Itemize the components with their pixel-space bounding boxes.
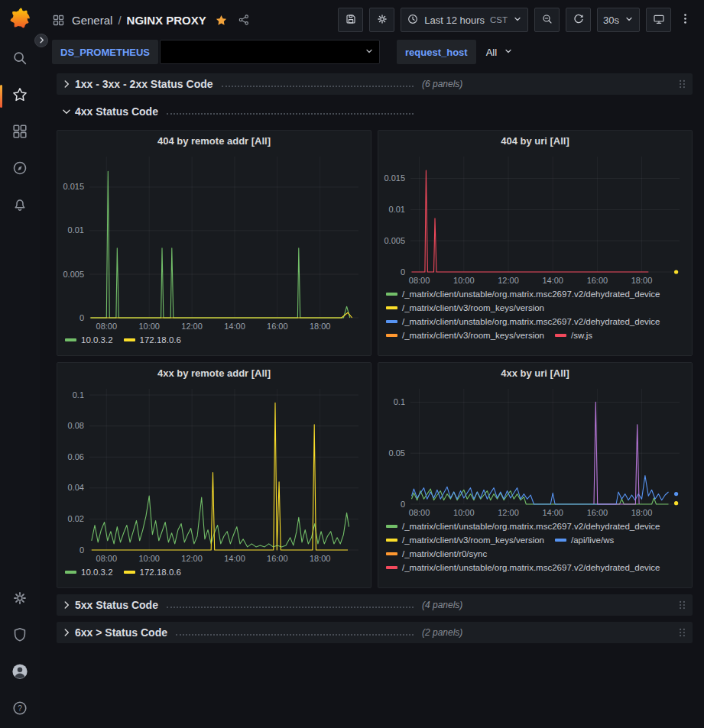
svg-text:0: 0 bbox=[79, 313, 84, 322]
row-4xx[interactable]: 4xx Status Code bbox=[57, 101, 693, 122]
request-host-variable-label[interactable]: request_host bbox=[397, 40, 476, 64]
row-title[interactable]: 6xx > Status Code bbox=[75, 626, 167, 639]
svg-text:18:00: 18:00 bbox=[310, 554, 331, 563]
breadcrumb-dashboard-title[interactable]: NGINX PROXY bbox=[127, 14, 206, 27]
datasource-select[interactable] bbox=[160, 40, 380, 64]
timeseries-chart[interactable]: 08:0010:0012:0014:0016:0018:0000.0050.01… bbox=[57, 151, 371, 333]
row-5xx[interactable]: 5xx Status Code (4 panels) bbox=[57, 594, 693, 616]
legend-item[interactable]: /sw.js bbox=[555, 331, 592, 340]
sidebar-expand-button[interactable] bbox=[34, 34, 48, 47]
legend-item[interactable]: /_matrix/client/v3/room_keys/version bbox=[386, 331, 544, 340]
breadcrumb-folder[interactable]: General bbox=[72, 14, 112, 27]
legend-item[interactable]: /_matrix/client/unstable/org.matrix.msc2… bbox=[386, 290, 660, 299]
sidebar-item-alerting[interactable] bbox=[0, 188, 40, 225]
svg-text:0: 0 bbox=[401, 500, 405, 509]
row-panel-count: (4 panels) bbox=[422, 600, 462, 610]
panel-title[interactable]: 404 by uri [All] bbox=[378, 131, 692, 151]
legend-item[interactable]: 10.0.3.2 bbox=[65, 335, 113, 345]
tv-mode-button[interactable] bbox=[646, 8, 671, 32]
dashboard-settings-button[interactable] bbox=[369, 8, 394, 32]
legend-item[interactable]: /_matrix/client/unstable/org.matrix.msc2… bbox=[386, 563, 660, 572]
legend-item[interactable]: /_matrix/client/unstable/org.matrix.msc2… bbox=[386, 317, 660, 326]
sidebar-item-explore[interactable] bbox=[0, 151, 40, 188]
row-title[interactable]: 1xx - 3xx - 2xx Status Code bbox=[75, 78, 213, 90]
datasource-variable-label[interactable]: DS_PROMETHEUS bbox=[52, 40, 158, 64]
row-header: 5xx Status Code bbox=[57, 599, 422, 611]
refresh-button[interactable] bbox=[566, 8, 591, 32]
dashboard-canvas: 1xx - 3xx - 2xx Status Code (6 panels) 4… bbox=[40, 67, 704, 728]
svg-text:0: 0 bbox=[79, 545, 84, 555]
legend-series-color bbox=[65, 571, 76, 574]
sidebar-item-settings[interactable] bbox=[0, 581, 40, 618]
refresh-interval-dropdown[interactable]: 30s bbox=[597, 8, 640, 32]
gear-icon bbox=[11, 590, 28, 610]
avatar bbox=[11, 663, 28, 683]
svg-text:0.1: 0.1 bbox=[73, 390, 84, 400]
sidebar-item-help[interactable]: ? bbox=[0, 691, 40, 728]
chart-svg: 08:0010:0012:0014:0016:0018:0000.0050.01… bbox=[57, 151, 371, 333]
legend-series-label: /_matrix/client/v3/room_keys/version bbox=[402, 535, 544, 545]
legend-series-label: /api/live/ws bbox=[571, 535, 614, 545]
apps-grid-icon bbox=[52, 14, 65, 27]
chart-legend: 10.0.3.2172.18.0.6 bbox=[57, 333, 371, 348]
legend-series-label: /_matrix/client/v3/room_keys/version bbox=[402, 331, 544, 340]
chevron-down-icon bbox=[58, 106, 75, 117]
share-icon[interactable] bbox=[238, 14, 250, 26]
sidebar-item-dashboards[interactable] bbox=[0, 115, 40, 151]
legend-item[interactable]: /_matrix/client/v3/room_keys/version bbox=[386, 535, 544, 545]
row-6xx[interactable]: 6xx > Status Code (2 panels) bbox=[57, 622, 693, 643]
shield-icon bbox=[11, 626, 28, 646]
gear-icon bbox=[376, 13, 388, 28]
breadcrumb-separator: / bbox=[118, 14, 121, 27]
request-host-select[interactable]: All bbox=[478, 40, 521, 64]
timeseries-chart[interactable]: 08:0010:0012:0014:0016:0018:0000.0050.01… bbox=[378, 151, 692, 287]
grafana-logo[interactable] bbox=[8, 8, 31, 34]
panel-title[interactable]: 404 by remote addr [All] bbox=[57, 131, 371, 151]
sidebar-item-server-admin[interactable] bbox=[0, 618, 40, 655]
time-zone-label: CST bbox=[490, 15, 508, 24]
legend-item[interactable]: /_matrix/client/v3/room_keys/version bbox=[386, 303, 544, 312]
panel-404-by-remote-addr: 404 by remote addr [All] 08:0010:0012:00… bbox=[57, 130, 371, 356]
favorite-star-icon[interactable] bbox=[215, 14, 228, 27]
svg-text:12:00: 12:00 bbox=[181, 554, 203, 563]
row-drag-handle[interactable] bbox=[677, 78, 687, 90]
svg-text:14:00: 14:00 bbox=[542, 276, 563, 285]
legend-item[interactable]: 172.18.0.6 bbox=[124, 335, 181, 345]
sidebar: ? bbox=[0, 0, 40, 728]
legend-series-color bbox=[386, 293, 397, 296]
timeseries-chart[interactable]: 08:0010:0012:0014:0016:0018:0000.050.1 bbox=[378, 383, 692, 519]
legend-series-label: /_matrix/client/v3/room_keys/version bbox=[402, 303, 544, 312]
sidebar-item-search[interactable] bbox=[0, 41, 40, 78]
chart-svg: 08:0010:0012:0014:0016:0018:0000.020.040… bbox=[57, 383, 371, 565]
row-title[interactable]: 4xx Status Code bbox=[75, 105, 158, 118]
svg-text:08:00: 08:00 bbox=[409, 508, 430, 517]
legend-item[interactable]: /_matrix/client/unstable/org.matrix.msc2… bbox=[386, 522, 660, 531]
legend-item[interactable]: /_matrix/client/r0/sync bbox=[386, 549, 487, 558]
monitor-icon bbox=[653, 13, 665, 28]
legend-item[interactable]: 10.0.3.2 bbox=[65, 568, 113, 577]
sidebar-item-profile[interactable] bbox=[0, 655, 40, 691]
panel-grid: 404 by remote addr [All] 08:0010:0012:00… bbox=[57, 130, 693, 588]
search-icon bbox=[11, 50, 28, 70]
row-title[interactable]: 5xx Status Code bbox=[75, 599, 158, 611]
row-drag-handle[interactable] bbox=[677, 599, 687, 611]
panel-title[interactable]: 4xx by remote addr [All] bbox=[57, 363, 371, 383]
time-range-picker[interactable]: Last 12 hours CST bbox=[401, 8, 528, 32]
legend-series-color bbox=[65, 338, 76, 341]
panel-title[interactable]: 4xx by uri [All] bbox=[378, 363, 692, 383]
save-icon bbox=[345, 13, 357, 28]
row-1xx-3xx-2xx[interactable]: 1xx - 3xx - 2xx Status Code (6 panels) bbox=[57, 73, 693, 95]
save-dashboard-button[interactable] bbox=[338, 8, 363, 32]
header-more-menu[interactable] bbox=[677, 12, 693, 28]
svg-text:0.015: 0.015 bbox=[384, 173, 405, 183]
zoom-out-time-button[interactable] bbox=[534, 8, 560, 32]
legend-item[interactable]: /api/live/ws bbox=[555, 535, 614, 545]
sidebar-item-starred[interactable] bbox=[0, 78, 40, 115]
legend-item[interactable]: 172.18.0.6 bbox=[124, 568, 181, 577]
svg-text:0.005: 0.005 bbox=[384, 236, 405, 245]
chevron-right-icon bbox=[37, 34, 46, 47]
panel-404-by-uri: 404 by uri [All] 08:0010:0012:0014:0016:… bbox=[378, 130, 693, 356]
row-leader-dots bbox=[176, 634, 414, 636]
timeseries-chart[interactable]: 08:0010:0012:0014:0016:0018:0000.020.040… bbox=[57, 383, 371, 565]
row-drag-handle[interactable] bbox=[677, 626, 687, 639]
